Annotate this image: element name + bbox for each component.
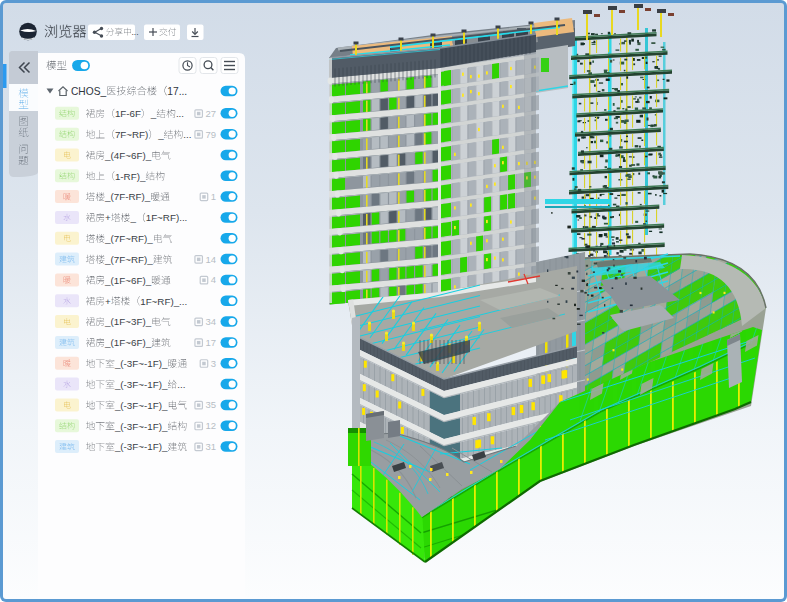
svg-text:12: 12 <box>205 420 216 431</box>
svg-text:CHOS_: CHOS_ <box>71 86 106 97</box>
svg-text:79: 79 <box>205 129 216 140</box>
svg-text:17...: 17... <box>167 86 187 97</box>
svg-text:14: 14 <box>205 254 216 265</box>
svg-text:1-RF)_: 1-RF)_ <box>115 171 146 182</box>
svg-text:...: ... <box>132 27 139 37</box>
svg-text:_(-3F~-1F)_: _(-3F~-1F)_ <box>114 421 168 432</box>
svg-text:_(1F~6F)_: _(1F~6F)_ <box>104 275 152 286</box>
svg-text:7F~RF): 7F~RF) <box>115 129 148 140</box>
svg-text:_(-3F~-1F)_: _(-3F~-1F)_ <box>114 358 168 369</box>
svg-text:_(7F~RF)_: _(7F~RF)_ <box>104 254 153 265</box>
svg-text:27: 27 <box>205 108 216 119</box>
svg-text:_(7F-RF)_: _(7F-RF)_ <box>104 191 151 202</box>
svg-text:...: ... <box>177 379 185 390</box>
svg-text:_(-3F~-1F)_: _(-3F~-1F)_ <box>114 400 168 411</box>
svg-text:4: 4 <box>211 274 216 285</box>
svg-text:+: + <box>105 212 111 223</box>
svg-text:3: 3 <box>211 358 216 369</box>
svg-text:17: 17 <box>205 337 216 348</box>
svg-text:_(7F~RF)_: _(7F~RF)_ <box>104 233 153 244</box>
svg-text:_: _ <box>157 129 164 140</box>
svg-text:1F-6F: 1F-6F <box>115 108 141 119</box>
svg-text:_(-3F~-1F)_: _(-3F~-1F)_ <box>114 441 168 452</box>
svg-text:1F~RF)_...: 1F~RF)_... <box>140 296 187 307</box>
svg-text:_: _ <box>150 108 157 119</box>
svg-text:+: + <box>105 296 111 307</box>
svg-text:1: 1 <box>211 191 216 202</box>
svg-text:35: 35 <box>205 399 216 410</box>
svg-text:...: ... <box>183 129 191 140</box>
svg-text:31: 31 <box>205 441 216 452</box>
svg-text:_(-3F~-1F)_: _(-3F~-1F)_ <box>114 379 168 390</box>
svg-text:_(1F~3F)_: _(1F~3F)_ <box>104 316 152 327</box>
svg-text:34: 34 <box>205 316 216 327</box>
svg-text:_: _ <box>129 212 136 223</box>
svg-text:_(4F~6F)_: _(4F~6F)_ <box>104 150 152 161</box>
svg-text:_(1F~6F)_: _(1F~6F)_ <box>104 337 152 348</box>
svg-text:1F~RF)...: 1F~RF)... <box>146 212 188 223</box>
svg-text:...: ... <box>176 108 184 119</box>
